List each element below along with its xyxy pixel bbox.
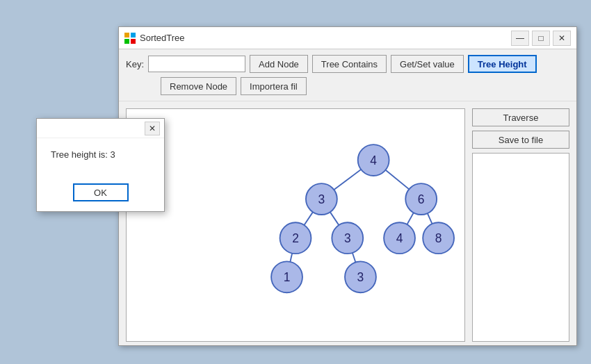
main-window: SortedTree — □ ✕ Key: Add Node Tree Cont… <box>118 26 577 346</box>
tree-contains-button[interactable]: Tree Contains <box>312 55 387 73</box>
dialog-message: Tree height is: 3 <box>51 149 115 160</box>
tree-svg: 436234813 <box>127 109 464 341</box>
toolbar: Key: Add Node Tree Contains Get/Set valu… <box>119 49 576 101</box>
right-panel: Traverse Save to file <box>472 108 569 342</box>
tree-canvas: 436234813 <box>126 108 465 342</box>
svg-rect-1 <box>131 33 136 38</box>
remove-node-button[interactable]: Remove Node <box>161 77 236 95</box>
dialog: ✕ Tree height is: 3 OK <box>36 118 165 212</box>
close-button[interactable]: ✕ <box>553 31 571 46</box>
minimize-button[interactable]: — <box>511 31 529 46</box>
svg-text:3: 3 <box>357 270 364 284</box>
output-box <box>472 153 569 342</box>
svg-text:8: 8 <box>435 231 442 245</box>
dialog-footer: OK <box>37 183 164 211</box>
importera-fil-button[interactable]: Importera fil <box>241 77 307 95</box>
title-bar-left: SortedTree <box>124 33 185 44</box>
svg-text:6: 6 <box>418 192 425 206</box>
toolbar-row-2: Remove Node Importera fil <box>126 77 569 95</box>
title-bar: SortedTree — □ ✕ <box>119 27 576 49</box>
title-controls: — □ ✕ <box>511 31 571 46</box>
dialog-close-button[interactable]: ✕ <box>145 122 160 135</box>
add-node-button[interactable]: Add Node <box>250 55 308 73</box>
svg-text:3: 3 <box>344 231 351 245</box>
svg-text:2: 2 <box>292 231 299 245</box>
svg-text:4: 4 <box>370 154 377 167</box>
ok-button[interactable]: OK <box>73 183 129 201</box>
dialog-title-bar: ✕ <box>37 119 164 138</box>
save-to-file-button[interactable]: Save to file <box>472 131 569 149</box>
svg-rect-0 <box>124 33 129 38</box>
svg-text:1: 1 <box>284 270 291 284</box>
tree-height-button[interactable]: Tree Height <box>468 55 537 73</box>
svg-rect-2 <box>124 39 129 44</box>
app-icon <box>124 33 136 44</box>
get-set-value-button[interactable]: Get/Set value <box>391 55 464 73</box>
key-input[interactable] <box>148 56 245 72</box>
key-label: Key: <box>126 59 144 69</box>
right-buttons: Traverse Save to file <box>472 108 569 149</box>
maximize-button[interactable]: □ <box>532 31 550 46</box>
traverse-button[interactable]: Traverse <box>472 108 569 126</box>
dialog-body: Tree height is: 3 <box>37 138 164 183</box>
window-title: SortedTree <box>140 33 185 43</box>
toolbar-row-1: Key: Add Node Tree Contains Get/Set valu… <box>126 55 569 73</box>
content-area: 436234813 Traverse Save to file <box>119 101 576 349</box>
svg-text:3: 3 <box>318 192 325 206</box>
svg-text:4: 4 <box>396 231 403 245</box>
svg-rect-3 <box>131 39 136 44</box>
